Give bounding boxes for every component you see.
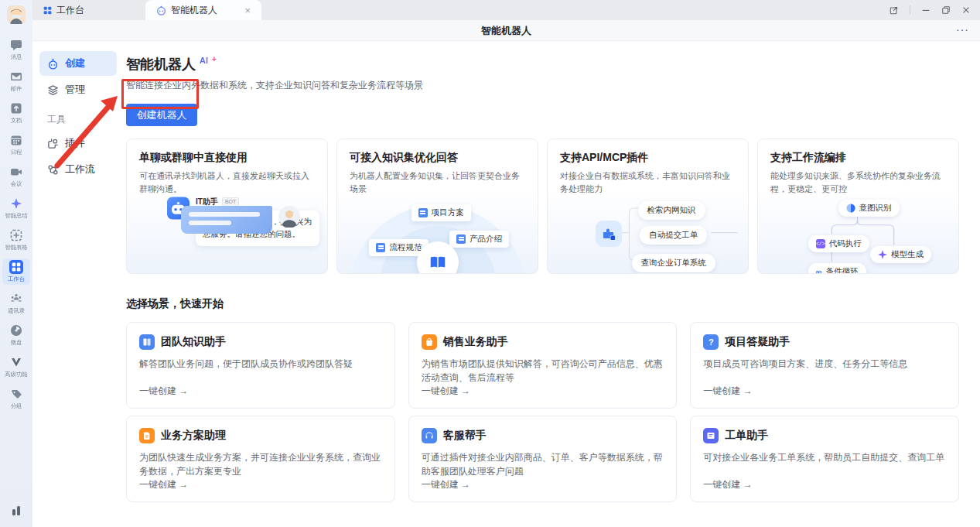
sidebar-item-workbench[interactable]: 工作台	[2, 258, 30, 285]
sidebar-item-groups[interactable]: 分组	[2, 385, 30, 412]
sidebar-item-label: 会议	[11, 180, 22, 187]
scenario-card-project-qa[interactable]: ? 项目答疑助手 项目成员可咨询项目方案、进度、任务分工等信息 一键创建 →	[690, 322, 959, 409]
plugin-pill: 查询企业订单系统	[632, 254, 715, 272]
robot-head-icon	[47, 58, 59, 70]
scenario-card-title: 工单助手	[725, 429, 768, 443]
feature-card-workflow: 支持工作流编排 能处理多知识来源、多系统协作的复杂业务流程，更稳定、更可控 意图…	[757, 139, 959, 274]
plugin-pill: 自动提交工单	[640, 226, 707, 245]
tab-workbench[interactable]: 工作台	[32, 0, 114, 20]
feature-card-desc: 可在通讯录找到机器人，直接发起聊天或拉入群聊沟通。	[139, 169, 315, 195]
subnav-item-manage[interactable]: 管理	[39, 77, 117, 102]
plan-assistant-icon	[139, 428, 155, 443]
contacts-icon	[9, 292, 23, 306]
sidebar-item-calendar[interactable]: 日程	[2, 132, 30, 158]
sidebar-item-label: 文档	[11, 116, 22, 124]
page-title: 智能机器人	[126, 55, 196, 74]
scenario-grid: 团队知识助手 解答团队业务问题，便于团队成员协作或跨团队答疑 一键创建 → 销售…	[126, 322, 959, 502]
sidebar-item-advanced[interactable]: 高级功能	[2, 354, 30, 380]
subnav-item-label: 管理	[65, 83, 85, 97]
one-click-create-link[interactable]: 一键创建 →	[139, 478, 188, 491]
sidebar-item-docs[interactable]: 文档	[2, 100, 30, 126]
sidebar-item-label: 工作台	[8, 275, 25, 282]
sidebar-item-meeting[interactable]: 会议	[2, 163, 30, 190]
main-content: 智能机器人 AI + 智能连接企业内外数据和系统，支持企业知识问答和复杂业务流程…	[124, 41, 980, 527]
sidebar-item-label: 分组	[11, 402, 22, 409]
more-menu-button[interactable]: ···	[956, 20, 969, 41]
scenario-card-sales[interactable]: 销售业务助手 为销售市场团队提供知识解答，可咨询公司产品信息、优惠活动查询、售后…	[408, 322, 678, 409]
tab-close-icon[interactable]: ×	[244, 5, 251, 15]
sub-navigation: 创建 管理 工具 插件 工作流	[32, 41, 124, 527]
workflow-node: </> 代码执行	[808, 235, 869, 252]
minimize-icon[interactable]	[921, 5, 930, 15]
intent-icon	[846, 204, 855, 213]
tab-smart-robot[interactable]: 智能机器人 ×	[145, 0, 261, 20]
sidebar-item-label: 邮件	[11, 84, 22, 92]
subnav-item-label: 插件	[65, 136, 85, 150]
subnav-section-tools: 工具	[47, 113, 117, 126]
one-click-create-link[interactable]: 一键创建 →	[703, 478, 752, 491]
sidebar-item-label: 智能总结	[5, 211, 27, 219]
scenario-card-customer-service[interactable]: 客服帮手 可通过插件对接企业内部商品、订单、客户等数据系统，帮助客服团队处理客户…	[408, 416, 678, 502]
smart-table-icon	[9, 228, 23, 242]
close-icon[interactable]	[961, 5, 971, 15]
scenario-card-title: 业务方案助理	[161, 429, 226, 443]
sidebar-item-label: 微盘	[11, 338, 22, 346]
sidebar-item-smart-table[interactable]: 智能表格	[2, 227, 30, 253]
qa-assistant-icon: ?	[703, 334, 719, 350]
scenario-card-desc: 为团队快速生成业务方案，并可连接企业业务系统，查询业务数据，产出方案更专业	[139, 450, 382, 478]
scenario-card-desc: 可对接企业各业务工单系统，帮助员工自助提交、查询工单	[703, 450, 946, 464]
doc-chip-icon	[456, 234, 466, 244]
model-sparkle-icon	[878, 250, 887, 259]
one-click-create-link[interactable]: 一键创建 →	[703, 385, 752, 398]
one-click-create-link[interactable]: 一键创建 →	[422, 478, 470, 491]
scenario-card-ticket[interactable]: 工单助手 可对接企业各业务工单系统，帮助员工自助提交、查询工单 一键创建 →	[690, 416, 959, 502]
layers-icon	[47, 84, 59, 96]
scenario-card-desc: 为销售市场团队提供知识解答，可咨询公司产品信息、优惠活动查询、售后流程等	[422, 357, 664, 385]
doc-chip-icon	[376, 243, 385, 252]
ai-badge-plus: +	[212, 55, 217, 63]
subnav-item-plugins[interactable]: 插件	[39, 131, 117, 156]
sidebar-item-contacts[interactable]: 通讯录	[2, 290, 30, 317]
subnav-item-workflow[interactable]: 工作流	[39, 157, 117, 182]
scenario-card-team-knowledge[interactable]: 团队知识助手 解答团队业务问题，便于团队成员协作或跨团队答疑 一键创建 →	[126, 322, 395, 409]
puzzle-tile	[596, 221, 622, 247]
create-robot-button[interactable]: 创建机器人	[126, 104, 197, 126]
one-click-create-link[interactable]: 一键创建 →	[422, 385, 470, 398]
left-rail: 消息 邮件 文档 日程 会议 智能总结 智能表格 工作台 通讯录 微盘 高级功能	[0, 0, 32, 527]
sidebar-item-label: 智能表格	[5, 243, 27, 251]
sidebar-item-label: 通讯录	[8, 306, 25, 314]
sidebar-item-ai-summary[interactable]: 智能总结	[2, 195, 30, 221]
workflow-node: ∞ 条件循环	[808, 263, 866, 274]
subnav-item-create[interactable]: 创建	[39, 51, 117, 76]
sidebar-item-messages[interactable]: 消息	[2, 36, 30, 63]
one-click-create-link[interactable]: 一键创建 →	[139, 385, 188, 398]
scenario-card-business-plan[interactable]: 业务方案助理 为团队快速生成业务方案，并可连接企业业务系统，查询业务数据，产出方…	[126, 416, 395, 502]
knowledge-chip: 项目方案	[411, 204, 471, 221]
tab-smart-robot-label: 智能机器人	[171, 4, 217, 17]
sidebar-item-drive[interactable]: 微盘	[2, 322, 30, 348]
scenario-card-desc: 解答团队业务问题，便于团队成员协作或跨团队答疑	[139, 357, 382, 371]
chat-bubble-icon	[9, 38, 23, 52]
sidebar-item-label: 日程	[11, 148, 22, 156]
user-message-bubble	[181, 206, 272, 234]
feature-card-chat: 单聊或群聊中直接使用 可在通讯录找到机器人，直接发起聊天或拉入群聊沟通。 IT助…	[126, 139, 328, 274]
restore-icon[interactable]	[941, 5, 951, 15]
sidebar-item-mail[interactable]: 邮件	[2, 68, 30, 94]
app-header: 智能机器人 ···	[32, 20, 980, 41]
plugin-pill: 检索内网知识	[638, 201, 705, 220]
scenario-card-title: 项目答疑助手	[725, 335, 790, 349]
bar-chart-icon	[9, 504, 23, 518]
knowledge-chip: 产品介绍	[449, 231, 509, 248]
feature-card-plugins: 支持API/MCP插件 对接企业自有数据或系统，丰富知识问答和业务处理能力 检索…	[547, 139, 749, 274]
user-message-row	[181, 206, 300, 234]
sidebar-item-stats[interactable]	[2, 502, 30, 519]
sidebar-item-label: 消息	[11, 53, 22, 60]
mail-icon	[9, 70, 23, 84]
workflow-node: 意图识别	[838, 200, 900, 217]
customer-service-icon	[422, 428, 437, 443]
user-avatar[interactable]	[7, 5, 26, 24]
scenario-card-title: 客服帮手	[443, 429, 487, 443]
popout-icon[interactable]	[890, 5, 899, 15]
window-controls-divider	[910, 5, 910, 15]
book-circle	[417, 241, 459, 274]
